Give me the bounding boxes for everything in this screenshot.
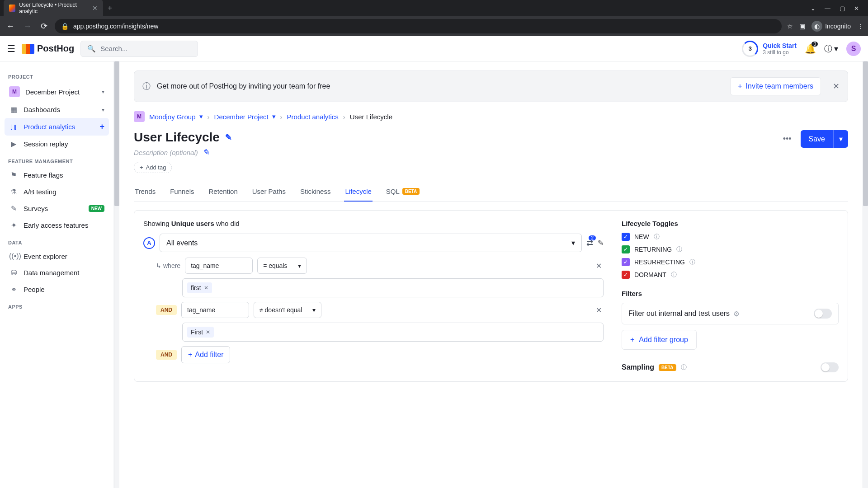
checkbox-icon[interactable]: ✓ (622, 258, 630, 266)
quick-start[interactable]: 3 Quick Start 3 still to go (742, 41, 797, 57)
sidebar-item-people[interactable]: ⚭ People (5, 281, 109, 298)
sidebar-item-early-access[interactable]: ✦ Early access features (5, 217, 109, 234)
info-icon[interactable]: ⓘ (676, 245, 682, 253)
close-icon[interactable]: ✕ (206, 329, 210, 335)
chevron-down-icon[interactable]: ▾ (833, 130, 848, 148)
chevron-down-icon: ▾ (102, 107, 104, 113)
info-icon[interactable]: ⓘ (671, 271, 677, 279)
back-button[interactable]: ← (5, 20, 16, 33)
toggle-resurrecting[interactable]: ✓ RESURRECTING ⓘ (622, 258, 839, 266)
close-window-icon[interactable]: ✕ (854, 5, 859, 12)
tab-trends[interactable]: Trends (134, 182, 156, 202)
survey-icon: ✎ (9, 204, 18, 213)
project-badge: M (9, 86, 20, 97)
url-text: app.posthog.com/insights/new (73, 23, 158, 30)
browser-tab[interactable]: User Lifecycle • Product analytic ✕ (4, 0, 103, 17)
showing-text: Showing Unique users who did (143, 220, 604, 227)
minimize-icon[interactable]: — (825, 5, 830, 12)
toggle-new[interactable]: ✓ NEW ⓘ (622, 233, 839, 241)
help-button[interactable]: ⓘ ▾ (824, 43, 838, 54)
tab-sql[interactable]: SQL BETA (385, 182, 421, 202)
plus-icon[interactable]: + (99, 122, 104, 131)
bookmark-icon[interactable]: ☆ (787, 23, 793, 30)
sidebar-item-data-management[interactable]: ⛁ Data management (5, 264, 109, 281)
sidebar-item-product-analytics[interactable]: ⫿⫿ Product analytics + (5, 118, 109, 136)
hamburger-icon[interactable]: ☰ (7, 43, 15, 54)
tab-retention[interactable]: Retention (208, 182, 239, 202)
user-avatar[interactable]: S (846, 42, 861, 56)
event-select[interactable]: All events ▾ (160, 234, 582, 252)
toggles-title: Lifecycle Toggles (622, 220, 839, 227)
maximize-icon[interactable]: ▢ (840, 5, 845, 12)
save-button[interactable]: Save ▾ (801, 130, 848, 148)
url-field[interactable]: 🔒 app.posthog.com/insights/new (55, 19, 782, 33)
toggle-dormant[interactable]: ✓ DORMANT ⓘ (622, 271, 839, 279)
chrome-menu-icon[interactable]: ⋮ (857, 23, 863, 30)
sidebar-item-surveys[interactable]: ✎ Surveys NEW (5, 200, 109, 217)
toggle-returning[interactable]: ✓ RETURNING ⓘ (622, 245, 839, 253)
breadcrumb-org[interactable]: Moodjoy Group ▾ (149, 113, 203, 121)
toggle-switch[interactable] (821, 362, 839, 372)
edit-icon[interactable]: ✎ (598, 239, 604, 247)
add-filter-button[interactable]: + Add filter (181, 346, 230, 363)
incognito-icon: ◐ (811, 21, 822, 32)
operator-select[interactable]: ≠ doesn't equal▾ (254, 302, 321, 318)
tab-stickiness[interactable]: Stickiness (299, 182, 332, 202)
close-icon[interactable]: ✕ (833, 81, 840, 91)
sidebar-item-ab-testing[interactable]: ⚗ A/B testing (5, 183, 109, 200)
gear-icon[interactable]: ⚙ (733, 310, 740, 318)
notifications-button[interactable]: 🔔 0 (805, 43, 816, 54)
operator-select[interactable]: = equals▾ (257, 258, 307, 274)
toggle-switch[interactable] (814, 309, 832, 319)
chevron-down-icon: ▾ (272, 113, 276, 121)
tab-user-paths[interactable]: User Paths (251, 182, 287, 202)
info-icon: ⓘ (142, 81, 151, 92)
info-icon[interactable]: ⓘ (681, 363, 687, 371)
edit-icon[interactable]: ✎ (203, 147, 209, 157)
chevron-down-icon[interactable]: ⌄ (811, 5, 816, 12)
sidebar-scrollbar[interactable] (114, 61, 119, 488)
close-icon[interactable]: ✕ (204, 285, 208, 291)
breadcrumb-project[interactable]: December Project ▾ (214, 113, 276, 121)
breadcrumb-section[interactable]: Product analytics (287, 113, 339, 121)
checkbox-icon[interactable]: ✓ (622, 245, 630, 253)
search-input[interactable]: 🔍 Search... (80, 41, 198, 57)
logo[interactable]: PostHog (22, 43, 74, 54)
value-input[interactable]: first ✕ (182, 278, 604, 297)
project-selector[interactable]: M December Project ▾ (5, 82, 109, 101)
new-tab-button[interactable]: + (103, 4, 117, 13)
sidebar-item-dashboards[interactable]: ▦ Dashboards ▾ (5, 101, 109, 118)
sidebar-item-feature-flags[interactable]: ⚑ Feature flags (5, 167, 109, 183)
browser-chrome: User Lifecycle • Product analytic ✕ + ⌄ … (0, 0, 868, 36)
sidebar-item-event-explorer[interactable]: ((•)) Event explorer (5, 248, 109, 264)
chevron-down-icon: ▾ (199, 113, 203, 121)
more-button[interactable]: ••• (778, 131, 796, 146)
extensions-icon[interactable]: ▣ (799, 23, 805, 30)
remove-filter-button[interactable]: ✕ (594, 304, 604, 316)
info-icon[interactable]: ⓘ (689, 258, 695, 266)
checkbox-icon[interactable]: ✓ (622, 271, 630, 279)
scrollbar-thumb[interactable] (114, 61, 119, 206)
value-input[interactable]: First ✕ (182, 323, 604, 342)
description[interactable]: Description (optional) ✎ (134, 147, 771, 157)
reload-button[interactable]: ⟳ (39, 19, 49, 33)
edit-icon[interactable]: ✎ (225, 132, 232, 142)
sidebar-item-session-replay[interactable]: ▶ Session replay (5, 136, 109, 152)
address-bar: ← → ⟳ 🔒 app.posthog.com/insights/new ☆ ▣… (0, 16, 868, 36)
filter-button[interactable]: ⇄ 2 (586, 238, 593, 248)
property-input[interactable]: tag_name (181, 302, 249, 318)
add-tag-button[interactable]: + Add tag (134, 162, 172, 173)
scrollbar-thumb[interactable] (863, 61, 868, 206)
checkbox-icon[interactable]: ✓ (622, 233, 630, 241)
tab-funnels[interactable]: Funnels (169, 182, 195, 202)
main-scrollbar[interactable] (863, 61, 868, 488)
invite-team-button[interactable]: + Invite team members (730, 77, 821, 95)
add-filter-group-button[interactable]: + Add filter group (622, 330, 697, 350)
property-input[interactable]: tag_name (185, 258, 253, 274)
tab-lifecycle[interactable]: Lifecycle (344, 182, 372, 202)
remove-filter-button[interactable]: ✕ (594, 260, 604, 272)
incognito-badge[interactable]: ◐ Incognito (811, 21, 851, 32)
where-label: ↳ where (156, 262, 180, 269)
info-icon[interactable]: ⓘ (654, 233, 660, 241)
close-icon[interactable]: ✕ (92, 5, 98, 12)
